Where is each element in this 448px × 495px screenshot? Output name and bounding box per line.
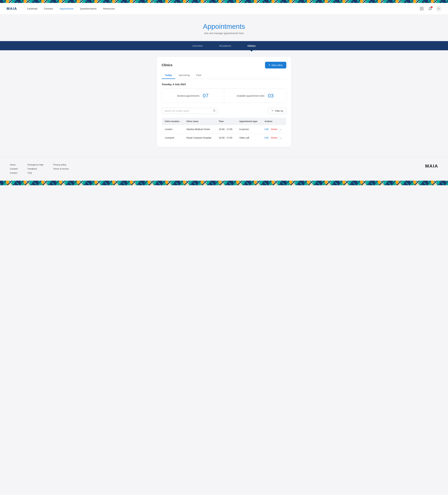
nav-connect[interactable]: Connect (44, 7, 53, 10)
nav-resources[interactable]: Resources (103, 7, 115, 10)
booked-value: 07 (203, 93, 209, 99)
navbar-icons: 8 (419, 6, 441, 12)
expand-button-row1[interactable]: ⌄ (280, 128, 282, 131)
footer-links: About Consent Contact Emergency Help Fee… (10, 164, 69, 174)
footer-contact[interactable]: Contact (10, 172, 18, 174)
footer-col-1: About Consent Contact (10, 164, 18, 174)
delete-button-row2[interactable]: Delete (271, 137, 277, 139)
clinics-header: Clinics + New clinic (162, 62, 286, 69)
col-type: Appointment type (236, 118, 262, 125)
bottom-banner (0, 181, 448, 185)
footer-logo: MAIA (425, 164, 438, 169)
plus-icon: + (269, 63, 270, 67)
page-subtitle: See and manage appointments here (3, 32, 445, 35)
stats-box: Booked appointments 07 Available appoint… (162, 89, 286, 103)
footer-col-2: Emergency Help Feedback FAQ (28, 164, 43, 174)
footer-terms[interactable]: Terms of service (53, 167, 69, 170)
filter-label: Filter by (275, 110, 283, 112)
search-icon[interactable] (213, 109, 216, 112)
new-clinic-label: New clinic (272, 64, 283, 67)
footer-privacy[interactable]: Privacy policy (53, 164, 69, 166)
clinics-table: Clinic location Clinic name Time Appoint… (162, 118, 286, 142)
row1-type: In-person (236, 125, 262, 134)
main-content: Clinics + New clinic Today Upcoming Past… (154, 50, 294, 157)
row1-location: London (162, 125, 184, 134)
svg-point-0 (438, 8, 439, 9)
clinics-title: Clinics (162, 63, 173, 67)
row2-actions: Edit Delete ⌄ (262, 134, 286, 142)
nav-appointment[interactable]: Appointment (59, 7, 73, 10)
clinics-card: Clinics + New clinic Today Upcoming Past… (157, 57, 291, 147)
notifications-icon[interactable]: 8 (427, 6, 433, 12)
notification-badge: 8 (431, 6, 433, 8)
search-filter-row: Filter by (162, 108, 286, 114)
footer-consent[interactable]: Consent (10, 167, 18, 170)
footer-feedback[interactable]: Feedback (28, 167, 43, 170)
tab-nav-clinics[interactable]: Clinics (246, 41, 257, 50)
clinic-tabs: Today Upcoming Past (162, 72, 286, 79)
edit-button-row1[interactable]: Edit (265, 128, 269, 131)
tab-past[interactable]: Past (193, 72, 204, 79)
edit-button-row2[interactable]: Edit (265, 137, 269, 139)
page-title: Appointments (3, 23, 445, 30)
row2-name: Royal Liverpool Hospital (184, 134, 216, 142)
row2-type: Video call (236, 134, 262, 142)
nav-menu: Caseload Connect Appointment Questionnai… (27, 7, 419, 10)
tab-nav-all-patients[interactable]: All patients (217, 41, 233, 50)
hero-section: Appointments See and manage appointments… (0, 14, 448, 41)
footer-col-3: Privacy policy Terms of service (53, 164, 69, 174)
available-label: Available appointment slots (237, 95, 264, 97)
available-stat: Available appointment slots 03 (224, 89, 286, 103)
footer: About Consent Contact Emergency Help Fee… (0, 157, 448, 181)
available-value: 03 (268, 93, 274, 99)
delete-button-row1[interactable]: Delete (271, 128, 277, 131)
actions-cell: Edit Delete ⌄ (265, 136, 283, 139)
navbar: MAIA Caseload Connect Appointment Questi… (0, 3, 448, 14)
footer-emergency[interactable]: Emergency Help (28, 164, 43, 166)
table-header-row: Clinic location Clinic name Time Appoint… (162, 118, 286, 125)
table-row: Liverpool Royal Liverpool Hospital 10:00… (162, 134, 286, 142)
main-tab-nav: Overview All patients Clinics (0, 41, 448, 50)
nav-questionnaires[interactable]: Questionnaires (80, 7, 97, 10)
nav-caseload[interactable]: Caseload (27, 7, 37, 10)
footer-about[interactable]: About (10, 164, 18, 166)
col-location: Clinic location (162, 118, 184, 125)
tab-nav-overview[interactable]: Overview (191, 41, 204, 50)
footer-faq[interactable]: FAQ (28, 172, 43, 174)
top-banner (0, 0, 448, 3)
row1-name: Stanley Medical Centre (184, 125, 216, 134)
new-clinic-button[interactable]: + New clinic (265, 62, 286, 69)
row1-actions: Edit Delete ⌄ (262, 125, 286, 134)
filter-button[interactable]: Filter by (268, 108, 286, 114)
search-wrap (162, 108, 217, 114)
booked-stat: Booked appointments 07 (162, 89, 224, 103)
row1-time: 10:00 - 17:00 (216, 125, 236, 134)
footer-content: About Consent Contact Emergency Help Fee… (10, 164, 438, 174)
tab-today[interactable]: Today (162, 72, 175, 79)
table-row: London Stanley Medical Centre 10:00 - 17… (162, 125, 286, 134)
actions-cell: Edit Delete ⌄ (265, 128, 283, 131)
col-time: Time (216, 118, 236, 125)
row2-location: Liverpool (162, 134, 184, 142)
tab-upcoming[interactable]: Upcoming (175, 72, 193, 79)
expand-button-row2[interactable]: ⌄ (280, 136, 282, 139)
clinic-date: Tuesday, 4 July 2023 (162, 83, 286, 86)
svg-line-2 (215, 111, 215, 111)
col-actions: Actions (262, 118, 286, 125)
search-input[interactable] (162, 108, 217, 114)
booked-label: Booked appointments (177, 95, 199, 97)
user-profile-icon[interactable] (436, 6, 441, 12)
apps-icon[interactable] (419, 6, 424, 12)
col-name: Clinic name (184, 118, 216, 125)
row2-time: 10:00 - 17:00 (216, 134, 236, 142)
brand-logo: MAIA (7, 7, 17, 11)
svg-point-1 (213, 110, 215, 111)
